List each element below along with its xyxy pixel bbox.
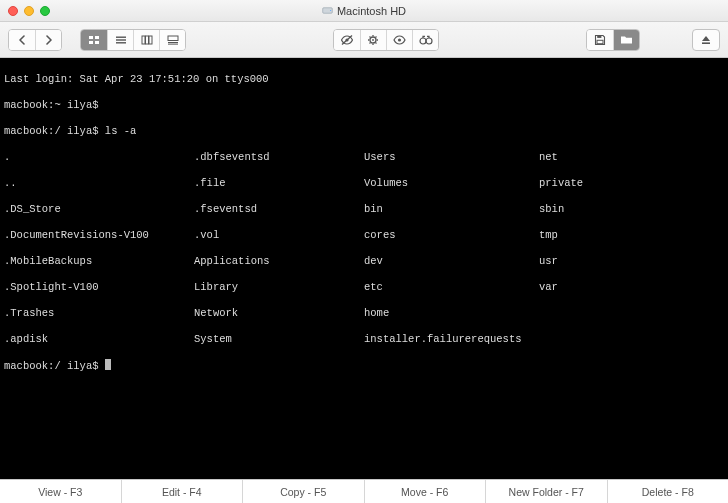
newfolder-f7-label: New Folder - F7 [509,486,584,498]
ls-item: . [4,151,194,164]
minimize-window-button[interactable] [24,6,34,16]
titlebar: Macintosh HD [0,0,728,22]
copy-f5-label: Copy - F5 [280,486,326,498]
newfolder-f7-button[interactable]: New Folder - F7 [486,480,608,503]
eject-icon [700,34,712,46]
quicklook-button[interactable] [412,30,438,50]
floppy-icon [594,34,606,46]
window-title: Macintosh HD [0,5,728,17]
gear-icon [367,34,381,46]
ls-output-row: .DocumentRevisions-V100.volcorestmp [4,229,724,242]
ls-item: Library [194,281,364,294]
svg-rect-7 [116,39,126,40]
list-icon [115,35,127,45]
svg-rect-11 [149,36,152,44]
ls-output-row: .MobileBackupsApplicationsdevusr [4,255,724,268]
ls-item: Network [194,307,364,320]
close-window-button[interactable] [8,6,18,16]
svg-line-23 [369,36,370,37]
ls-item: .apdisk [4,333,194,346]
window-title-text: Macintosh HD [337,5,406,17]
svg-point-1 [330,10,331,11]
delete-f8-button[interactable]: Delete - F8 [608,480,729,503]
ls-item: installer.failurerequests [364,333,539,346]
svg-line-24 [375,42,376,43]
svg-rect-13 [168,42,178,43]
terminal-panel[interactable]: Last login: Sat Apr 23 17:51:20 on ttys0… [0,58,728,479]
view-f3-button[interactable]: View - F3 [0,480,122,503]
center-segment [333,29,439,51]
ls-item: .file [194,177,364,190]
ls-item: System [194,333,364,346]
hard-disk-icon [322,5,333,16]
ls-output-row: .apdiskSysteminstaller.failurerequests [4,333,724,346]
window-controls [0,6,50,16]
move-f6-button[interactable]: Move - F6 [365,480,487,503]
ls-output-row: .TrashesNetworkhome [4,307,724,320]
action-button[interactable] [360,30,386,50]
ls-item: private [539,177,583,190]
edit-f4-label: Edit - F4 [162,486,202,498]
svg-rect-32 [702,42,710,44]
view-columns-button[interactable] [133,30,159,50]
svg-rect-3 [95,36,99,39]
svg-rect-31 [597,40,603,43]
ls-item: .DocumentRevisions-V100 [4,229,194,242]
eye-icon [393,34,406,46]
ls-output-row: ...fileVolumesprivate [4,177,724,190]
svg-rect-12 [168,36,178,41]
terminal-last-login: Last login: Sat Apr 23 17:51:20 on ttys0… [4,73,724,86]
ls-item: dev [364,255,539,268]
folder-icon [620,34,633,45]
terminal-cursor [105,359,111,370]
svg-rect-30 [597,35,601,37]
view-list-button[interactable] [107,30,133,50]
svg-line-26 [375,36,376,37]
arrange-button[interactable] [334,30,360,50]
copy-f5-button[interactable]: Copy - F5 [243,480,365,503]
chevron-right-icon [45,35,53,45]
svg-rect-0 [323,8,333,14]
move-f6-label: Move - F6 [401,486,448,498]
terminal-prompt: macbook:~ ilya$ [4,99,99,111]
view-mode-segment [80,29,186,51]
zoom-window-button[interactable] [40,6,50,16]
ls-item: etc [364,281,539,294]
view-icons-button[interactable] [81,30,107,50]
svg-point-28 [420,38,426,44]
ls-item: cores [364,229,539,242]
ls-output-row: .DS_Store.fseventsdbinsbin [4,203,724,216]
terminal-prompt: macbook:/ ilya$ [4,125,105,137]
nav-segment [8,29,62,51]
save-button[interactable] [587,30,613,50]
forward-button[interactable] [35,30,61,50]
eject-button[interactable] [692,29,720,51]
function-key-toolbar: View - F3 Edit - F4 Copy - F5 Move - F6 … [0,479,728,503]
ls-item: bin [364,203,539,216]
ls-item: home [364,307,539,320]
share-button[interactable] [386,30,412,50]
coverflow-icon [167,35,179,45]
folder-button[interactable] [613,30,639,50]
ls-item: Applications [194,255,364,268]
finder-toolbar [0,22,728,58]
terminal-prompt: macbook:/ ilya$ [4,360,105,372]
ls-item: net [539,151,558,164]
edit-f4-button[interactable]: Edit - F4 [122,480,244,503]
svg-rect-5 [95,41,99,44]
ls-item: .. [4,177,194,190]
eye-off-icon [340,34,354,46]
ls-item: Volumes [364,177,539,190]
svg-rect-8 [116,42,126,43]
svg-line-25 [369,42,370,43]
back-button[interactable] [9,30,35,50]
ls-item: var [539,281,558,294]
grid-icon [88,35,100,45]
ls-item: .vol [194,229,364,242]
view-coverflow-button[interactable] [159,30,185,50]
ls-output-row: .Spotlight-V100Libraryetcvar [4,281,724,294]
ls-item: .MobileBackups [4,255,194,268]
view-f3-label: View - F3 [38,486,82,498]
svg-rect-6 [116,36,126,37]
finder-window: Macintosh HD [0,0,728,503]
